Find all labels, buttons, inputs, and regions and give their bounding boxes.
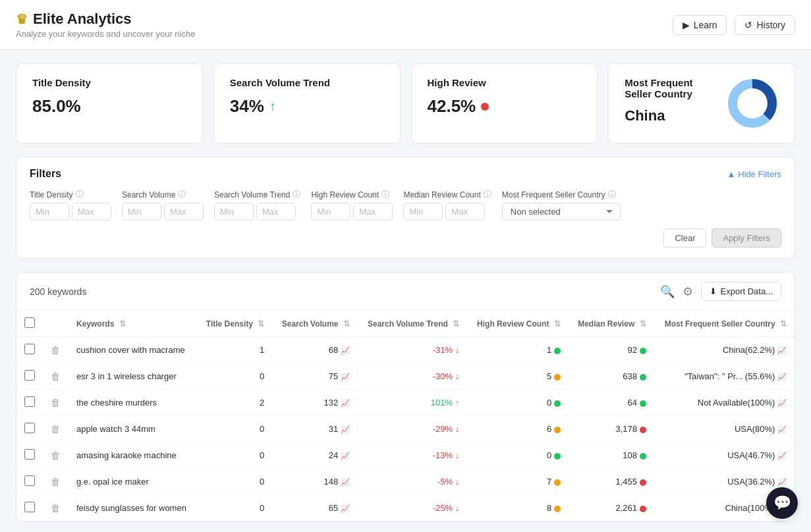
select-all-checkbox[interactable]: [24, 317, 35, 328]
row-delete-cell: 🗑: [43, 337, 69, 363]
sort-country-icon[interactable]: ⇅: [780, 319, 787, 329]
row-hrc: 8: [467, 495, 569, 521]
row-checkbox-4[interactable]: [24, 449, 35, 460]
mr-dot: [640, 479, 646, 486]
row-keyword: apple watch 3 44mm: [69, 416, 197, 442]
row-mr: 64: [569, 390, 654, 416]
history-button[interactable]: ↺ History: [735, 15, 795, 35]
table-row: 🗑 the cheshire murders 2 132 📈 101% ↑ 0 …: [16, 390, 795, 416]
table-row: 🗑 g.e. opal ice maker 0 148 📈 -5% ↓ 7 1,…: [16, 469, 795, 495]
learn-icon: ▶: [683, 20, 690, 30]
title-density-min-input[interactable]: [30, 203, 69, 221]
settings-icon[interactable]: ⚙: [683, 284, 693, 299]
mr-dot: [640, 400, 646, 407]
row-country: China(62.2%) 📈: [654, 337, 795, 363]
delete-row-button-5[interactable]: 🗑: [51, 476, 61, 487]
chat-button[interactable]: 💬: [766, 487, 798, 519]
search-volume-max-input[interactable]: [164, 203, 204, 221]
row-checkbox-cell: [16, 363, 43, 390]
hide-filters-button[interactable]: ▲ Hide Filters: [727, 169, 781, 179]
country-chart-icon: 📈: [777, 373, 787, 381]
hrc-dot: [554, 479, 561, 486]
row-checkbox-1[interactable]: [24, 370, 35, 381]
hrc-max-input[interactable]: [353, 203, 393, 221]
row-delete-cell: 🗑: [43, 469, 69, 495]
app-subtitle: Analyze your keywords and uncover your n…: [16, 29, 195, 39]
row-title-density: 0: [197, 416, 273, 442]
country-chart-icon: 📈: [777, 399, 787, 407]
row-checkbox-3[interactable]: [24, 423, 35, 433]
mrc-max-input[interactable]: [445, 203, 485, 221]
sort-hrc-icon[interactable]: ⇅: [554, 319, 561, 329]
hrc-dot: [554, 453, 561, 460]
app-title-text: Elite Analytics: [33, 11, 132, 28]
delete-row-button-6[interactable]: 🗑: [51, 502, 61, 514]
trend-arrow-icon: ↓: [455, 371, 460, 381]
filter-mrc-inputs: [403, 203, 491, 221]
info-icon-mrc: ⓘ: [484, 189, 491, 200]
row-mr: 3,178: [569, 416, 654, 442]
col-svt: Search Volume Trend ⇅: [358, 311, 467, 337]
trend-arrow-icon: ↓: [455, 450, 460, 460]
table-toolbar: 200 keywords 🔍 ⚙ ⬇ Export Data...: [16, 273, 795, 311]
row-keyword: feisdy sunglasses for women: [69, 495, 197, 521]
clear-button[interactable]: Clear: [663, 228, 706, 248]
filter-country-label: Most Frequent Seller Country ⓘ: [502, 189, 621, 200]
title-density-max-input[interactable]: [72, 203, 111, 221]
table-body: 🗑 cushion cover with macrame 1 68 📈 -31%…: [16, 337, 795, 521]
hrc-min-input[interactable]: [311, 203, 350, 221]
delete-row-button-4[interactable]: 🗑: [51, 450, 61, 461]
sort-td-icon[interactable]: ⇅: [258, 319, 264, 329]
search-icon[interactable]: 🔍: [660, 284, 675, 299]
row-svt: 101% ↑: [358, 390, 467, 416]
top-bar: ♛ Elite Analytics Analyze your keywords …: [0, 0, 811, 50]
country-select[interactable]: Non selected China USA Taiwan: [502, 203, 621, 221]
donut-svg: [726, 77, 779, 130]
col-mr: Median Review ⇅: [569, 311, 654, 337]
learn-button[interactable]: ▶ Learn: [673, 15, 727, 35]
row-checkbox-2[interactable]: [24, 396, 35, 407]
filter-group-svt: Search Volume Trend ⓘ: [214, 189, 300, 221]
delete-row-button-2[interactable]: 🗑: [51, 397, 61, 408]
high-review-dot: [481, 103, 489, 111]
sort-mr-icon[interactable]: ⇅: [640, 319, 646, 329]
row-hrc: 7: [467, 469, 569, 495]
svg-point-2: [739, 90, 766, 117]
svt-min-input[interactable]: [214, 203, 254, 221]
info-icon-sv: ⓘ: [178, 189, 186, 200]
search-volume-min-input[interactable]: [122, 203, 161, 221]
table-row: 🗑 apple watch 3 44mm 0 31 📈 -29% ↓ 6 3,1…: [16, 416, 795, 442]
delete-row-button-1[interactable]: 🗑: [51, 371, 61, 382]
delete-row-button-0[interactable]: 🗑: [51, 344, 61, 356]
trend-arrow-icon: ↓: [455, 477, 460, 487]
chevron-up-icon: ▲: [727, 169, 735, 179]
table-row: 🗑 amasing karaoke machine 0 24 📈 -13% ↓ …: [16, 442, 795, 469]
svt-max-input[interactable]: [256, 203, 296, 221]
sort-sv-icon[interactable]: ⇅: [343, 319, 350, 329]
col-country: Most Frequent Seller Country ⇅: [654, 311, 795, 337]
export-button[interactable]: ⬇ Export Data...: [701, 282, 781, 301]
sort-keywords-icon[interactable]: ⇅: [119, 319, 126, 329]
mr-dot: [640, 453, 646, 460]
country-chart-icon: 📈: [777, 478, 787, 486]
top-bar-actions: ▶ Learn ↺ History: [673, 15, 795, 35]
sort-svt-icon[interactable]: ⇅: [453, 319, 459, 329]
row-checkbox-0[interactable]: [24, 344, 35, 354]
col-keywords: Keywords ⇅: [69, 311, 197, 337]
filter-group-high-review: High Review Count ⓘ: [311, 189, 393, 221]
row-checkbox-6[interactable]: [24, 502, 35, 512]
table-row: 🗑 cushion cover with macrame 1 68 📈 -31%…: [16, 337, 795, 363]
row-keyword: esr 3 in 1 wireless charger: [69, 363, 197, 390]
filter-group-country: Most Frequent Seller Country ⓘ Non selec…: [502, 189, 621, 221]
delete-row-button-3[interactable]: 🗑: [51, 423, 61, 435]
table-row: 🗑 feisdy sunglasses for women 0 65 📈 -25…: [16, 495, 795, 521]
filters-actions: Clear Apply Filters: [30, 228, 781, 248]
apply-filters-button[interactable]: Apply Filters: [712, 228, 781, 248]
mrc-min-input[interactable]: [403, 203, 443, 221]
stat-card-title-density: Title Density 85.0%: [16, 63, 203, 144]
filter-title-density-inputs: [30, 203, 111, 221]
row-svt: -25% ↓: [358, 495, 467, 521]
row-checkbox-5[interactable]: [24, 475, 35, 486]
keywords-count: 200 keywords: [30, 286, 86, 297]
trend-arrow-icon: ↓: [455, 424, 460, 434]
